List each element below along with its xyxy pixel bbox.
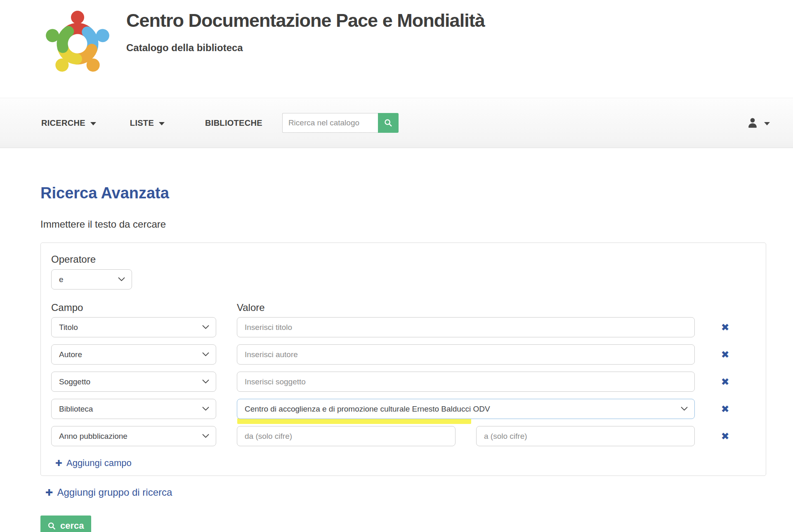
field-select-autore[interactable]: Autore	[51, 344, 216, 365]
caret-down-icon	[90, 122, 96, 125]
chevron-down-icon	[202, 379, 209, 384]
nav-item-label: BIBLIOTECHE	[205, 118, 262, 128]
remove-row-button[interactable]: ✖	[718, 348, 732, 361]
operator-select[interactable]: e	[51, 269, 132, 290]
plus-icon: ✚	[45, 487, 53, 498]
search-field-row: Soggetto ✖	[51, 372, 755, 392]
field-select-soggetto[interactable]: Soggetto	[51, 372, 216, 392]
catalog-search-input[interactable]	[282, 113, 378, 133]
cerca-button-label: cerca	[60, 520, 84, 531]
add-field-link[interactable]: ✚ Aggiungi campo	[55, 458, 132, 468]
logo	[35, 2, 120, 85]
search-field-row: Biblioteca Centro di accoglienza e di pr…	[51, 399, 755, 419]
search-field-row: Titolo ✖	[51, 317, 755, 337]
chevron-down-icon	[202, 407, 209, 411]
field-select-anno[interactable]: Anno pubblicazione	[51, 426, 216, 446]
nav-item-biblioteche[interactable]: BIBLIOTECHE	[205, 118, 262, 128]
value-input-soggetto[interactable]	[237, 372, 695, 392]
field-select-value: Titolo	[59, 323, 78, 332]
chevron-down-icon	[681, 407, 688, 411]
library-select-value: Centro di accoglienza e di promozione cu…	[245, 405, 490, 414]
site-title: Centro Documentazione Pace e Mondialità	[126, 10, 485, 31]
year-to-input[interactable]	[476, 426, 695, 446]
chevron-down-icon	[118, 277, 125, 282]
page-title: Ricerca Avanzata	[40, 184, 767, 202]
search-field-row: Autore ✖	[51, 344, 755, 365]
operator-select-value: e	[59, 275, 64, 284]
field-select-titolo[interactable]: Titolo	[51, 317, 216, 337]
add-group-link[interactable]: ✚ Aggiungi gruppo di ricerca	[45, 487, 172, 498]
add-group-label: Aggiungi gruppo di ricerca	[57, 487, 172, 498]
year-from-input[interactable]	[237, 426, 456, 446]
search-field-row: Anno pubblicazione ✖	[51, 426, 755, 446]
main-content: Ricerca Avanzata Immettere il testo da c…	[0, 184, 793, 532]
cerca-button[interactable]: cerca	[40, 516, 91, 532]
field-select-value: Soggetto	[59, 377, 90, 386]
chevron-down-icon	[202, 325, 209, 330]
value-input-titolo[interactable]	[237, 317, 695, 337]
close-icon: ✖	[721, 431, 729, 442]
caret-down-icon	[159, 122, 165, 125]
field-select-value: Biblioteca	[59, 405, 93, 414]
navbar: RICERCHE LISTE BIBLIOTECHE	[0, 98, 793, 148]
close-icon: ✖	[721, 349, 729, 360]
nav-item-ricerche[interactable]: RICERCHE	[41, 118, 96, 128]
field-select-biblioteca[interactable]: Biblioteca	[51, 399, 216, 419]
remove-row-button[interactable]: ✖	[718, 403, 732, 416]
column-header-valore: Valore	[237, 302, 265, 313]
field-select-value: Anno pubblicazione	[59, 432, 127, 441]
catalog-search-button[interactable]	[378, 113, 399, 133]
search-icon	[47, 522, 56, 530]
remove-row-button[interactable]: ✖	[718, 321, 732, 334]
site-subtitle: Catalogo della biblioteca	[126, 42, 485, 54]
intro-text: Immettere il testo da cercare	[40, 219, 767, 230]
catalog-search	[282, 113, 399, 133]
page-header: Centro Documentazione Pace e Mondialità …	[0, 0, 793, 98]
nav-item-label: LISTE	[130, 118, 154, 128]
add-field-label: Aggiungi campo	[66, 458, 132, 468]
field-select-value: Autore	[59, 350, 82, 359]
close-icon: ✖	[721, 322, 729, 333]
remove-row-button[interactable]: ✖	[718, 375, 732, 388]
plus-icon: ✚	[55, 458, 62, 468]
nav-item-liste[interactable]: LISTE	[130, 118, 165, 128]
value-input-autore[interactable]	[237, 344, 695, 365]
search-icon	[384, 118, 393, 127]
range-gap	[456, 426, 476, 446]
operator-label: Operatore	[51, 254, 755, 265]
library-value-select[interactable]: Centro di accoglienza e di promozione cu…	[237, 399, 695, 419]
nav-item-label: RICERCHE	[41, 118, 85, 128]
close-icon: ✖	[721, 376, 729, 388]
user-menu[interactable]	[747, 117, 770, 129]
remove-row-button[interactable]: ✖	[718, 430, 732, 443]
caret-down-icon	[764, 122, 770, 125]
chevron-down-icon	[202, 352, 209, 357]
search-group-panel: Operatore e Campo Valore Titolo ✖	[40, 242, 766, 476]
close-icon: ✖	[721, 403, 729, 415]
user-icon	[747, 117, 758, 129]
chevron-down-icon	[202, 434, 209, 438]
yellow-highlight-annotation	[237, 418, 471, 424]
column-header-campo: Campo	[51, 302, 237, 313]
